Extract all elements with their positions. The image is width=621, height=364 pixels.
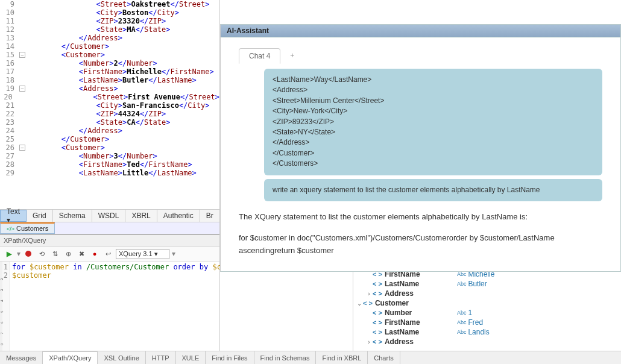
document-tabs: Customers <box>0 222 219 234</box>
tree-row[interactable]: ›< >Address <box>353 289 621 298</box>
xml-code-editor[interactable]: 9 <Street>Oakstreet</Street>10 <City>Bos… <box>0 0 219 209</box>
xpath-xquery-panel: XPath/XQuery ▶ ▾ ⟲ ⇅ ⊕ ✖ ● ↩ XQuery 3.1 … <box>0 234 219 364</box>
view-tab-text[interactable]: Text ▾ <box>0 210 27 222</box>
bottom-tab-find-in-files[interactable]: Find in Files <box>206 351 254 364</box>
new-chat-button[interactable]: + <box>284 48 300 64</box>
tree-row[interactable]: ›< >Address <box>353 337 621 347</box>
breakpoint-icon[interactable]: ● <box>89 248 100 259</box>
xpath-panel-title: XPath/XQuery <box>0 235 219 246</box>
run-icon[interactable]: ▶ <box>4 248 14 259</box>
tree-row[interactable]: ⌄< >Customer <box>353 298 621 308</box>
bottom-tab-xpath-xquery[interactable]: XPath/XQuery <box>43 351 98 364</box>
xquery-version-select[interactable]: XQuery 3.1 ▾ <box>116 249 169 259</box>
view-tab-authentic[interactable]: Authentic <box>157 210 200 222</box>
assistant-message-xml: <LastName>Way</LastName><Address><Street… <box>264 69 602 175</box>
ai-assistant-panel: AI-Assistant Chat 4 + <LastName>Way</Las… <box>220 24 621 272</box>
view-tab-schema[interactable]: Schema <box>53 210 92 222</box>
tree-row[interactable]: < >NumberAbc1 <box>353 308 621 318</box>
bottom-tab-xsl-outline[interactable]: XSL Outline <box>98 351 145 364</box>
bottom-tab-find-in-schemas[interactable]: Find in Schemas <box>254 351 317 364</box>
fold-toggle-icon[interactable]: − <box>19 52 25 58</box>
tool-icon-4[interactable]: ✖ <box>76 248 87 259</box>
tool-icon-6[interactable]: ↩ <box>102 248 113 259</box>
xpath-code-area[interactable]: 12 for $customer in /Customers/Customer … <box>2 262 232 364</box>
stop-icon[interactable] <box>23 248 34 259</box>
tool-icon-3[interactable]: ⊕ <box>63 248 74 259</box>
ai-assistant-header: AI-Assistant <box>221 25 620 37</box>
fold-toggle-icon[interactable]: − <box>19 86 25 92</box>
bottom-tab-find-in-xbrl[interactable]: Find in XBRL <box>316 351 368 364</box>
view-tab-grid[interactable]: Grid <box>27 210 53 222</box>
result-tree-panel[interactable]: < >NumberAbc2< >FirstNameAbcMichelle< >L… <box>353 259 621 351</box>
bottom-tabbar: MessagesXPath/XQueryXSL OutlineHTTPXULEF… <box>0 351 621 364</box>
tool-icon-1[interactable]: ⟲ <box>36 248 47 259</box>
fold-toggle-icon[interactable]: − <box>19 145 25 151</box>
tree-row[interactable]: < >LastNameAbcLandis <box>353 327 621 337</box>
bottom-tab-messages[interactable]: Messages <box>0 351 43 364</box>
view-tabs: Text ▾GridSchemaWSDLXBRLAuthenticBr <box>0 209 219 222</box>
user-prompt-bubble: write an xquery statement to list the cu… <box>264 179 602 201</box>
view-tab-xbrl[interactable]: XBRL <box>125 210 157 222</box>
bottom-tab-xule[interactable]: XULE <box>176 351 206 364</box>
xpath-toolbar: ▶ ▾ ⟲ ⇅ ⊕ ✖ ● ↩ XQuery 3.1 ▾ ▾ <box>0 246 219 262</box>
assistant-response: The XQuery statement to list the custome… <box>239 205 602 259</box>
view-tab-br[interactable]: Br <box>200 210 220 222</box>
bottom-tab-charts[interactable]: Charts <box>368 351 400 364</box>
doc-tab-customers[interactable]: Customers <box>0 222 55 234</box>
tree-row[interactable]: < >LastNameAbcButler <box>353 279 621 289</box>
chat-tab[interactable]: Chat 4 <box>239 48 280 64</box>
view-tab-wsdl[interactable]: WSDL <box>92 210 126 222</box>
tree-row[interactable]: < >FirstNameAbcFred <box>353 318 621 327</box>
tool-icon-2[interactable]: ⇅ <box>49 248 60 259</box>
bottom-tab-http[interactable]: HTTP <box>146 351 176 364</box>
